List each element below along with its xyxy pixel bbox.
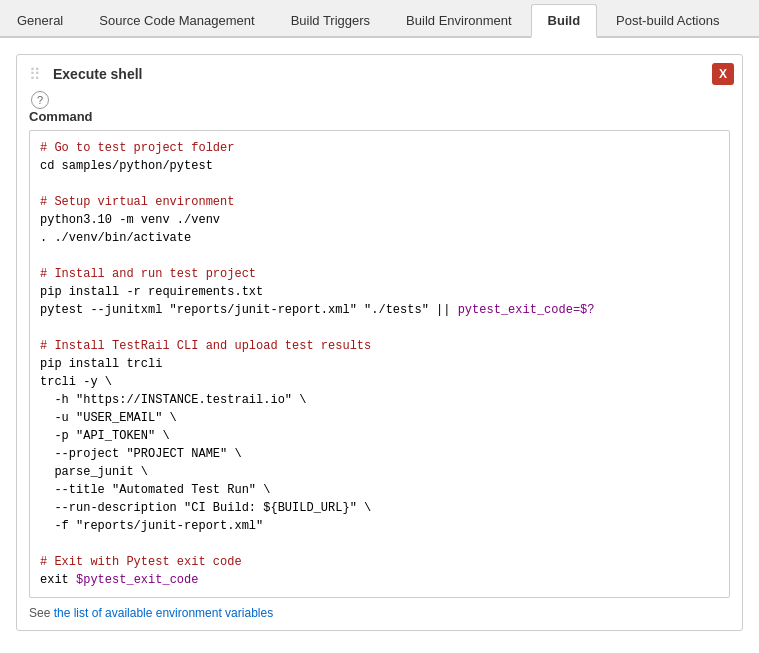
drag-handle-icon[interactable] [29,65,47,83]
tab-build-triggers[interactable]: Build Triggers [274,4,387,36]
tab-general[interactable]: General [0,4,80,36]
execute-shell-block: Execute shell ? X Command # Go to test p… [16,54,743,631]
info-text: See [29,606,54,620]
tab-source-code[interactable]: Source Code Management [82,4,271,36]
command-input[interactable]: # Go to test project folder cd samples/p… [29,130,730,598]
command-label: Command [29,109,730,124]
help-icon[interactable]: ? [31,91,49,109]
info-line: See the list of available environment va… [29,606,730,620]
execute-shell-header: Execute shell [29,65,730,83]
tab-bar: General Source Code Management Build Tri… [0,0,759,38]
env-vars-link[interactable]: the list of available environment variab… [54,606,273,620]
execute-shell-title: Execute shell [53,66,143,82]
tab-post-build[interactable]: Post-build Actions [599,4,736,36]
close-button[interactable]: X [712,63,734,85]
tab-build[interactable]: Build [531,4,598,38]
main-content: Execute shell ? X Command # Go to test p… [0,38,759,653]
tab-build-environment[interactable]: Build Environment [389,4,529,36]
